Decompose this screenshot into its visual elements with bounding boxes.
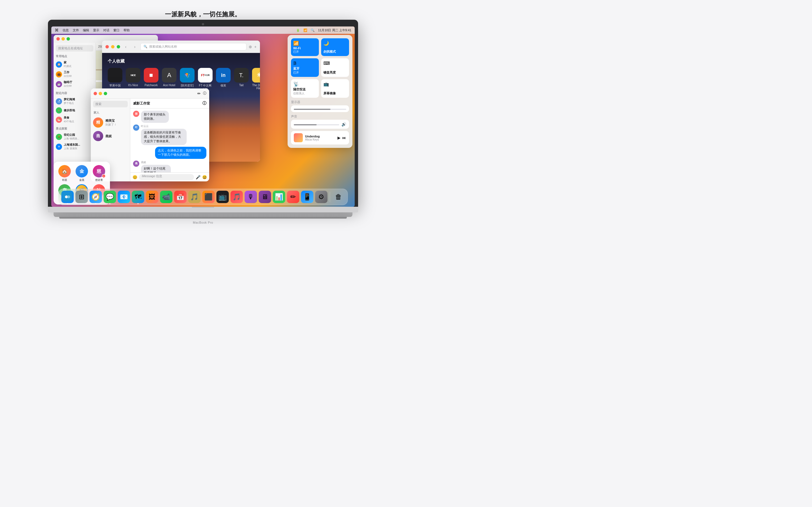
audio-icon[interactable]: 🎤 bbox=[196, 175, 200, 179]
cc-wifi-tile[interactable]: 📶 Wi-Fi 已开 bbox=[291, 38, 319, 56]
fav-fedus[interactable]: 🪁 [联邦度官]- 全球... bbox=[180, 68, 195, 92]
fav-ft[interactable]: FT中文网 FT 中文网- 全球... bbox=[198, 68, 213, 92]
messages-contact-yanni[interactable]: 燕 燕妮 bbox=[91, 129, 130, 143]
maps-item-work[interactable]: 💼 工作 22分钟 bbox=[56, 69, 93, 79]
cc-display-slider[interactable] bbox=[291, 105, 349, 112]
avatar-item-ciyaqing[interactable]: 慈 ♥ 慈岩青 bbox=[92, 165, 107, 182]
menu-window[interactable]: 窗口 bbox=[113, 28, 119, 33]
dock-music[interactable]: 🎵 bbox=[231, 191, 243, 203]
sound-fill bbox=[294, 124, 317, 125]
cc-bt-sub: 已开 bbox=[293, 71, 317, 75]
bluetooth-cc-icon: 𝔹 bbox=[293, 61, 317, 66]
fav-tait[interactable]: T. Tait bbox=[234, 68, 249, 92]
maps-item-pudong[interactable]: ✈ 上海浦东国... 上海 游浦东 bbox=[56, 142, 93, 152]
maps-explore-section: 景点探索 bbox=[56, 127, 93, 131]
avatar-item-neighbor[interactable]: 🏠 邻居 bbox=[57, 165, 72, 182]
apple-menu[interactable]: ⌘ bbox=[55, 28, 59, 33]
info-icon[interactable]: ⓘ bbox=[203, 91, 206, 96]
safari-maximize[interactable] bbox=[117, 45, 120, 48]
avatar-ciyaqing-name: 慈岩青 bbox=[95, 178, 103, 182]
fav-itsnice[interactable]: NICE It's Nice bbox=[126, 68, 140, 92]
chat-input-field[interactable]: iMessage 信息 bbox=[139, 174, 194, 180]
beach-icon: 🏖 bbox=[56, 98, 62, 105]
maps-item-beach[interactable]: 🏖 梦幻海滩 梦个地点 bbox=[56, 96, 93, 106]
safari-forward[interactable]: › bbox=[132, 43, 138, 50]
cc-wifi-sub: 已开 bbox=[293, 50, 317, 54]
park-icon: 🌳 bbox=[56, 134, 62, 140]
messages-maximize[interactable] bbox=[104, 92, 107, 95]
dock-safari[interactable]: 🧭 bbox=[90, 191, 102, 203]
maps-item-walk[interactable]: 🚶 健步胜地 bbox=[56, 106, 93, 115]
safari-close[interactable] bbox=[105, 45, 109, 48]
cc-keyboard-tile[interactable]: ⌨ 键盘亮度 bbox=[321, 58, 349, 77]
cc-airdrop-tile[interactable]: 📡 隔空投送 仅联系人 bbox=[291, 79, 319, 98]
cc-mirror-tile[interactable]: 📺 屏幕镜像 bbox=[321, 79, 349, 98]
safari-back[interactable]: ‹ bbox=[122, 43, 129, 50]
messages-contact-jingmeibao[interactable]: 精 精美宝 到家了！ bbox=[91, 116, 130, 129]
menu-edit[interactable]: 编辑 bbox=[83, 28, 89, 33]
maximize-button[interactable] bbox=[66, 37, 70, 41]
maps-item-home[interactable]: 🏠 家 约测试 bbox=[56, 59, 93, 69]
food-icon: 🍜 bbox=[56, 117, 62, 123]
dock-garageband[interactable]: 🎵 bbox=[188, 191, 201, 203]
macbook-chin bbox=[48, 207, 358, 212]
minimize-button[interactable] bbox=[61, 37, 65, 41]
dock-notability[interactable]: ✏ bbox=[287, 191, 299, 203]
play-button[interactable]: ▶ bbox=[338, 135, 341, 140]
dock-maps[interactable]: 🗺 bbox=[132, 191, 144, 203]
close-button[interactable] bbox=[56, 37, 60, 41]
maps-item-cafe[interactable]: ☕ 咖啡厅 22分钟 bbox=[56, 79, 93, 89]
chat-info-icon[interactable]: ⓘ bbox=[202, 101, 206, 106]
fav-designfiles[interactable]: ☀ The Design Files bbox=[252, 68, 260, 92]
cc-dnd-tile[interactable]: 🌙 勿扰模式 bbox=[321, 38, 349, 56]
safari-add-tab[interactable]: + bbox=[254, 45, 257, 49]
dock-mail[interactable]: 📧 bbox=[118, 191, 130, 203]
dock-airplay[interactable]: 🖥 bbox=[259, 191, 271, 203]
safari-minimize[interactable] bbox=[111, 45, 114, 48]
search-icon[interactable]: 🔍 bbox=[311, 29, 315, 32]
msg-sender-2: 叶云云 bbox=[141, 124, 206, 128]
dock-sysprefs[interactable]: ⚙ bbox=[315, 191, 327, 203]
macbook-camera bbox=[202, 23, 204, 25]
dock-finder[interactable] bbox=[61, 191, 74, 203]
menu-file[interactable]: 文件 bbox=[73, 28, 79, 33]
dock-messages[interactable]: 💬 bbox=[104, 191, 116, 203]
cc-bluetooth-tile[interactable]: 𝔹 蓝牙 已开 bbox=[291, 58, 319, 77]
dock-appletv[interactable]: 📺 bbox=[216, 191, 229, 203]
emoji-icon[interactable]: 😊 bbox=[133, 175, 137, 179]
messages-search[interactable]: 搜索 bbox=[93, 101, 128, 107]
fav-linkedin[interactable]: in 领英 bbox=[216, 68, 231, 92]
fav-apple[interactable]: 苹果中国 bbox=[108, 68, 122, 92]
dock-facetime[interactable]: 📹 bbox=[160, 191, 172, 203]
messages-close[interactable] bbox=[94, 92, 97, 95]
menu-conversation[interactable]: 对话 bbox=[103, 28, 109, 33]
dock-numbers[interactable]: 📊 bbox=[273, 191, 285, 203]
fav-acehotel[interactable]: A Ace Hotel bbox=[162, 68, 176, 92]
dock-launchpad[interactable]: ⊞ bbox=[75, 191, 88, 203]
safari-address-bar[interactable]: 🔍 搜索或输入网站名称 bbox=[140, 43, 246, 50]
compose-icon[interactable]: ✏ bbox=[197, 91, 201, 96]
cc-music-player: Underdog Alicia Keys ▶ ⏭ bbox=[291, 131, 349, 145]
avatar-item-jinyan[interactable]: 金 金燕 bbox=[74, 165, 89, 182]
menu-info[interactable]: 信息 bbox=[63, 28, 69, 33]
messages-minimize[interactable] bbox=[99, 92, 102, 95]
dock-photos[interactable]: 🖼 bbox=[146, 191, 158, 203]
fav-acehotel-icon: A bbox=[162, 68, 176, 82]
emoji-picker-icon[interactable]: 😃 bbox=[202, 175, 207, 179]
maps-item-park[interactable]: 🌳 世纪公园 上海 锦绣路... bbox=[56, 132, 93, 142]
maps-item-food[interactable]: 🍜 美食 43个地点 bbox=[56, 115, 93, 124]
menu-help[interactable]: 帮助 bbox=[123, 28, 130, 33]
dock-trash[interactable]: 🗑 bbox=[333, 191, 345, 203]
skip-button[interactable]: ⏭ bbox=[342, 135, 346, 140]
dock-reminders[interactable]: ⬛ bbox=[202, 191, 215, 203]
dock-appstore[interactable]: 📱 bbox=[301, 191, 313, 203]
dock-podcasts[interactable]: 🎙 bbox=[245, 191, 257, 203]
maps-recent-section: 常用地点 bbox=[56, 54, 93, 58]
chat-content: 威影工作室 ⓘ 那 那个鼻车的镜头很刺激。 bbox=[130, 99, 209, 181]
cc-sound-slider[interactable]: 🔊 bbox=[291, 120, 349, 129]
dock-calendar[interactable]: 📅 bbox=[174, 191, 187, 203]
maps-search-input[interactable]: 搜索地点名或地址 bbox=[56, 45, 93, 52]
safari-share[interactable]: ⊕ bbox=[249, 45, 252, 49]
menu-view[interactable]: 显示 bbox=[93, 28, 99, 33]
fav-patchwork[interactable]: ■ Patchwork bbox=[144, 68, 158, 92]
